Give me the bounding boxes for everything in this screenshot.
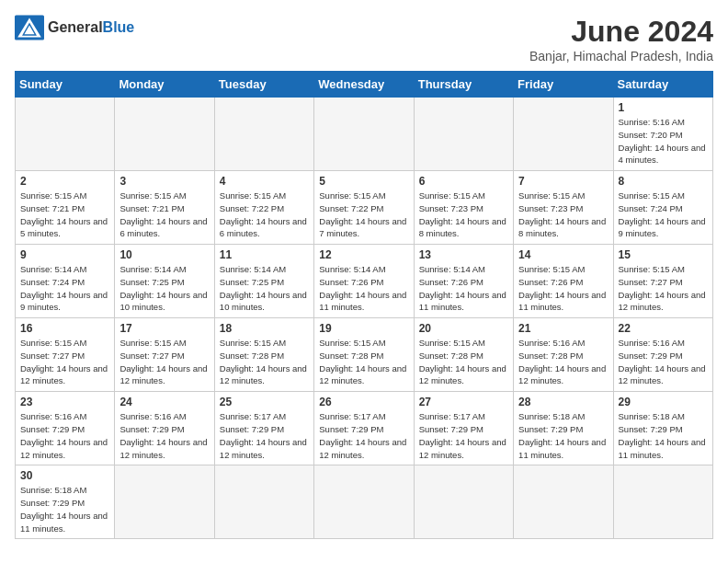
day-cell: 24 Sunrise: 5:16 AM Sunset: 7:29 PM Dayl… xyxy=(115,392,214,465)
day-info: Sunrise: 5:18 AM Sunset: 7:29 PM Dayligh… xyxy=(619,410,708,461)
day-cell xyxy=(514,98,613,171)
day-number: 25 xyxy=(220,396,309,408)
day-info: Sunrise: 5:16 AM Sunset: 7:29 PM Dayligh… xyxy=(119,410,209,461)
day-info: Sunrise: 5:15 AM Sunset: 7:24 PM Dayligh… xyxy=(619,190,708,240)
day-info: Sunrise: 5:15 AM Sunset: 7:23 PM Dayligh… xyxy=(518,190,608,240)
day-cell xyxy=(314,465,414,539)
day-info: Sunrise: 5:14 AM Sunset: 7:25 PM Dayligh… xyxy=(119,263,209,314)
day-cell: 12 Sunrise: 5:14 AM Sunset: 7:26 PM Dayl… xyxy=(314,245,414,318)
logo-icon xyxy=(15,15,44,40)
week-row-5: 23 Sunrise: 5:16 AM Sunset: 7:29 PM Dayl… xyxy=(16,392,713,465)
day-cell: 11 Sunrise: 5:14 AM Sunset: 7:25 PM Dayl… xyxy=(214,245,313,318)
header: GeneralBlue June 2024 Banjar, Himachal P… xyxy=(15,15,713,63)
day-cell xyxy=(115,465,214,539)
logo-text: GeneralBlue xyxy=(48,19,134,36)
day-cell: 20 Sunrise: 5:15 AM Sunset: 7:28 PM Dayl… xyxy=(414,318,513,392)
calendar-table: SundayMondayTuesdayWednesdayThursdayFrid… xyxy=(15,71,713,539)
day-info: Sunrise: 5:17 AM Sunset: 7:29 PM Dayligh… xyxy=(419,410,508,461)
day-cell: 6 Sunrise: 5:15 AM Sunset: 7:23 PM Dayli… xyxy=(414,171,513,245)
day-number: 15 xyxy=(619,248,708,261)
day-number: 7 xyxy=(518,175,608,188)
day-cell xyxy=(514,465,613,539)
day-number: 11 xyxy=(220,248,309,261)
day-cell xyxy=(414,465,513,539)
day-number: 3 xyxy=(119,175,209,188)
day-number: 18 xyxy=(220,322,309,335)
day-info: Sunrise: 5:15 AM Sunset: 7:21 PM Dayligh… xyxy=(20,190,109,240)
day-info: Sunrise: 5:16 AM Sunset: 7:29 PM Dayligh… xyxy=(20,410,109,461)
day-info: Sunrise: 5:16 AM Sunset: 7:20 PM Dayligh… xyxy=(619,116,708,167)
day-cell xyxy=(214,98,313,171)
day-number: 12 xyxy=(319,248,408,261)
header-day-thursday: Thursday xyxy=(414,72,513,98)
day-number: 5 xyxy=(319,175,408,188)
day-info: Sunrise: 5:15 AM Sunset: 7:22 PM Dayligh… xyxy=(220,190,309,240)
logo-general: General xyxy=(48,19,103,35)
day-number: 28 xyxy=(518,396,608,408)
day-cell: 13 Sunrise: 5:14 AM Sunset: 7:26 PM Dayl… xyxy=(414,245,513,318)
day-cell: 5 Sunrise: 5:15 AM Sunset: 7:22 PM Dayli… xyxy=(314,171,414,245)
day-info: Sunrise: 5:17 AM Sunset: 7:29 PM Dayligh… xyxy=(220,410,309,461)
day-info: Sunrise: 5:14 AM Sunset: 7:26 PM Dayligh… xyxy=(319,263,408,314)
header-day-tuesday: Tuesday xyxy=(214,72,313,98)
day-cell: 18 Sunrise: 5:15 AM Sunset: 7:28 PM Dayl… xyxy=(214,318,313,392)
day-number: 20 xyxy=(419,322,508,335)
day-info: Sunrise: 5:15 AM Sunset: 7:27 PM Dayligh… xyxy=(119,337,209,387)
day-cell: 1 Sunrise: 5:16 AM Sunset: 7:20 PM Dayli… xyxy=(613,98,712,171)
location: Banjar, Himachal Pradesh, India xyxy=(529,49,713,63)
day-info: Sunrise: 5:15 AM Sunset: 7:23 PM Dayligh… xyxy=(419,190,508,240)
header-day-monday: Monday xyxy=(115,72,214,98)
day-cell: 7 Sunrise: 5:15 AM Sunset: 7:23 PM Dayli… xyxy=(514,171,613,245)
logo: GeneralBlue xyxy=(15,15,134,40)
day-cell: 19 Sunrise: 5:15 AM Sunset: 7:28 PM Dayl… xyxy=(314,318,414,392)
day-number: 8 xyxy=(619,175,708,188)
day-number: 1 xyxy=(619,101,708,114)
day-cell xyxy=(214,465,313,539)
day-cell: 30 Sunrise: 5:18 AM Sunset: 7:29 PM Dayl… xyxy=(16,465,115,539)
day-cell: 15 Sunrise: 5:15 AM Sunset: 7:27 PM Dayl… xyxy=(613,245,712,318)
day-number: 2 xyxy=(20,175,109,188)
header-day-friday: Friday xyxy=(514,72,613,98)
day-info: Sunrise: 5:14 AM Sunset: 7:24 PM Dayligh… xyxy=(20,263,109,314)
day-info: Sunrise: 5:18 AM Sunset: 7:29 PM Dayligh… xyxy=(518,410,608,461)
header-day-saturday: Saturday xyxy=(613,72,712,98)
day-info: Sunrise: 5:15 AM Sunset: 7:28 PM Dayligh… xyxy=(319,337,408,387)
day-info: Sunrise: 5:16 AM Sunset: 7:28 PM Dayligh… xyxy=(518,337,608,387)
day-cell xyxy=(613,465,712,539)
day-cell: 8 Sunrise: 5:15 AM Sunset: 7:24 PM Dayli… xyxy=(613,171,712,245)
month-year: June 2024 xyxy=(529,15,713,49)
day-number: 16 xyxy=(20,322,109,335)
day-info: Sunrise: 5:14 AM Sunset: 7:25 PM Dayligh… xyxy=(220,263,309,314)
day-cell: 29 Sunrise: 5:18 AM Sunset: 7:29 PM Dayl… xyxy=(613,392,712,465)
day-number: 14 xyxy=(518,248,608,261)
day-cell: 3 Sunrise: 5:15 AM Sunset: 7:21 PM Dayli… xyxy=(115,171,214,245)
day-cell: 2 Sunrise: 5:15 AM Sunset: 7:21 PM Dayli… xyxy=(16,171,115,245)
header-row: SundayMondayTuesdayWednesdayThursdayFrid… xyxy=(16,72,713,98)
day-cell: 25 Sunrise: 5:17 AM Sunset: 7:29 PM Dayl… xyxy=(214,392,313,465)
day-number: 19 xyxy=(319,322,408,335)
day-number: 24 xyxy=(119,396,209,408)
day-info: Sunrise: 5:15 AM Sunset: 7:21 PM Dayligh… xyxy=(119,190,209,240)
day-cell xyxy=(414,98,513,171)
day-cell xyxy=(16,98,115,171)
day-cell: 14 Sunrise: 5:15 AM Sunset: 7:26 PM Dayl… xyxy=(514,245,613,318)
day-info: Sunrise: 5:17 AM Sunset: 7:29 PM Dayligh… xyxy=(319,410,408,461)
day-number: 29 xyxy=(619,396,708,408)
week-row-6: 30 Sunrise: 5:18 AM Sunset: 7:29 PM Dayl… xyxy=(16,465,713,539)
day-info: Sunrise: 5:18 AM Sunset: 7:29 PM Dayligh… xyxy=(20,484,109,534)
day-cell: 21 Sunrise: 5:16 AM Sunset: 7:28 PM Dayl… xyxy=(514,318,613,392)
day-info: Sunrise: 5:15 AM Sunset: 7:27 PM Dayligh… xyxy=(20,337,109,387)
day-number: 21 xyxy=(518,322,608,335)
day-number: 17 xyxy=(119,322,209,335)
day-cell: 27 Sunrise: 5:17 AM Sunset: 7:29 PM Dayl… xyxy=(414,392,513,465)
day-cell: 17 Sunrise: 5:15 AM Sunset: 7:27 PM Dayl… xyxy=(115,318,214,392)
day-info: Sunrise: 5:15 AM Sunset: 7:28 PM Dayligh… xyxy=(419,337,508,387)
day-info: Sunrise: 5:15 AM Sunset: 7:26 PM Dayligh… xyxy=(518,263,608,314)
day-number: 4 xyxy=(220,175,309,188)
title-block: June 2024 Banjar, Himachal Pradesh, Indi… xyxy=(529,15,713,63)
day-cell: 23 Sunrise: 5:16 AM Sunset: 7:29 PM Dayl… xyxy=(16,392,115,465)
day-number: 23 xyxy=(20,396,109,408)
day-cell xyxy=(314,98,414,171)
day-cell: 10 Sunrise: 5:14 AM Sunset: 7:25 PM Dayl… xyxy=(115,245,214,318)
day-cell: 28 Sunrise: 5:18 AM Sunset: 7:29 PM Dayl… xyxy=(514,392,613,465)
